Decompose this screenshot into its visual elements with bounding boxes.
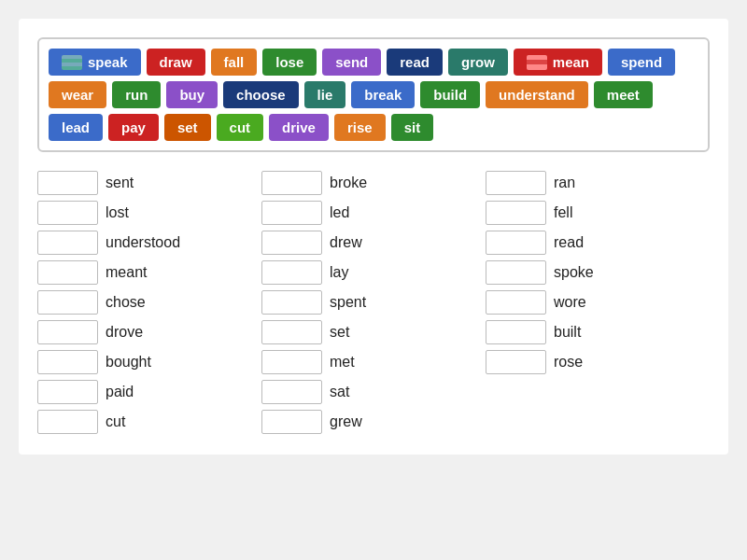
word-btn-sit[interactable]: sit [391, 114, 434, 141]
answer-input[interactable] [486, 260, 546, 285]
word-btn-meet[interactable]: meet [594, 81, 653, 108]
match-row: lay [261, 260, 486, 285]
answer-input[interactable] [37, 171, 98, 195]
word-btn-run[interactable]: run [112, 81, 161, 108]
match-row: sent [37, 171, 261, 195]
answer-label: built [554, 324, 581, 341]
answer-label: lost [106, 204, 129, 221]
match-row: chose [37, 290, 261, 315]
answer-label: bought [106, 354, 151, 371]
word-btn-rise[interactable]: rise [334, 114, 386, 141]
answer-input[interactable] [486, 290, 546, 315]
match-row: ran [486, 171, 710, 195]
answer-input[interactable] [486, 201, 546, 225]
match-row: fell [486, 201, 710, 225]
word-btn-draw[interactable]: draw [147, 49, 205, 76]
answer-label: grew [330, 413, 362, 430]
answer-input[interactable] [261, 410, 322, 434]
match-row: led [261, 201, 486, 225]
answer-label: paid [106, 384, 134, 400]
answer-label: met [330, 354, 355, 371]
match-column-1: brokeleddrewlayspentsetmetsatgrew [261, 171, 486, 436]
page: speakdrawfalllosesendreadgrowmeanspendwe… [19, 19, 728, 455]
answer-label: rose [554, 354, 583, 371]
word-btn-drive[interactable]: drive [269, 114, 329, 141]
answer-input[interactable] [486, 350, 546, 374]
word-btn-cut[interactable]: cut [217, 114, 264, 141]
answer-label: ran [554, 175, 575, 191]
answer-input[interactable] [37, 260, 98, 285]
answer-input[interactable] [261, 231, 322, 255]
match-row: paid [37, 380, 261, 404]
word-btn-mean[interactable]: mean [514, 49, 602, 76]
word-btn-spend[interactable]: spend [608, 49, 675, 76]
match-row: lost [37, 201, 261, 225]
answer-input[interactable] [37, 231, 98, 255]
match-section: sentlostunderstoodmeantchosedroveboughtp… [37, 171, 710, 436]
match-row: cut [37, 410, 261, 434]
answer-label: sent [106, 175, 134, 191]
answer-label: read [554, 234, 584, 251]
word-btn-wear[interactable]: wear [49, 81, 106, 108]
word-btn-lie[interactable]: lie [304, 81, 346, 108]
answer-label: led [330, 204, 349, 221]
word-btn-choose[interactable]: choose [223, 81, 299, 108]
match-row: meant [37, 260, 261, 285]
answer-input[interactable] [37, 380, 98, 404]
answer-label: meant [106, 264, 147, 281]
match-row: wore [486, 290, 710, 315]
answer-input[interactable] [261, 171, 322, 195]
match-row: met [261, 350, 486, 374]
match-column-0: sentlostunderstoodmeantchosedroveboughtp… [37, 171, 261, 436]
word-btn-grow[interactable]: grow [448, 49, 508, 76]
match-row: spent [261, 290, 486, 315]
match-row: sat [261, 380, 486, 404]
answer-input[interactable] [37, 290, 98, 315]
word-btn-fall[interactable]: fall [211, 49, 258, 76]
word-btn-read[interactable]: read [387, 49, 443, 76]
answer-input[interactable] [37, 350, 98, 374]
answer-label: chose [106, 294, 146, 311]
word-btn-buy[interactable]: buy [166, 81, 218, 108]
word-btn-speak[interactable]: speak [49, 49, 141, 76]
stripes-icon [62, 55, 82, 70]
match-column-2: ranfellreadspokeworebuiltrose [486, 171, 710, 436]
word-btn-build[interactable]: build [420, 81, 480, 108]
word-label: speak [88, 54, 128, 70]
stripes-red-icon [527, 55, 547, 70]
answer-label: broke [330, 175, 367, 191]
answer-label: sat [330, 384, 349, 400]
match-row: grew [261, 410, 486, 434]
word-btn-understand[interactable]: understand [486, 81, 588, 108]
answer-input[interactable] [261, 201, 322, 225]
answer-label: understood [106, 234, 180, 251]
answer-input[interactable] [261, 350, 322, 374]
answer-label: spent [330, 294, 366, 311]
answer-input[interactable] [261, 260, 322, 285]
answer-input[interactable] [37, 201, 98, 225]
answer-input[interactable] [261, 320, 322, 344]
match-row: drew [261, 231, 486, 255]
word-btn-lead[interactable]: lead [49, 114, 103, 141]
answer-input[interactable] [486, 231, 546, 255]
answer-label: wore [554, 294, 586, 311]
word-btn-send[interactable]: send [322, 49, 381, 76]
match-row: built [486, 320, 710, 344]
word-btn-lose[interactable]: lose [262, 49, 317, 76]
answer-input[interactable] [261, 380, 322, 404]
answer-input[interactable] [261, 290, 322, 315]
word-btn-break[interactable]: break [351, 81, 415, 108]
answer-label: drew [330, 234, 362, 251]
answer-input[interactable] [486, 171, 546, 195]
answer-input[interactable] [37, 410, 98, 434]
answer-label: cut [106, 413, 125, 430]
answer-input[interactable] [486, 320, 546, 344]
answer-input[interactable] [37, 320, 98, 344]
match-row: understood [37, 231, 261, 255]
answer-label: spoke [554, 264, 594, 281]
answer-label: set [330, 324, 349, 341]
match-row: bought [37, 350, 261, 374]
match-row: read [486, 231, 710, 255]
word-btn-set[interactable]: set [164, 114, 211, 141]
word-btn-pay[interactable]: pay [108, 114, 159, 141]
